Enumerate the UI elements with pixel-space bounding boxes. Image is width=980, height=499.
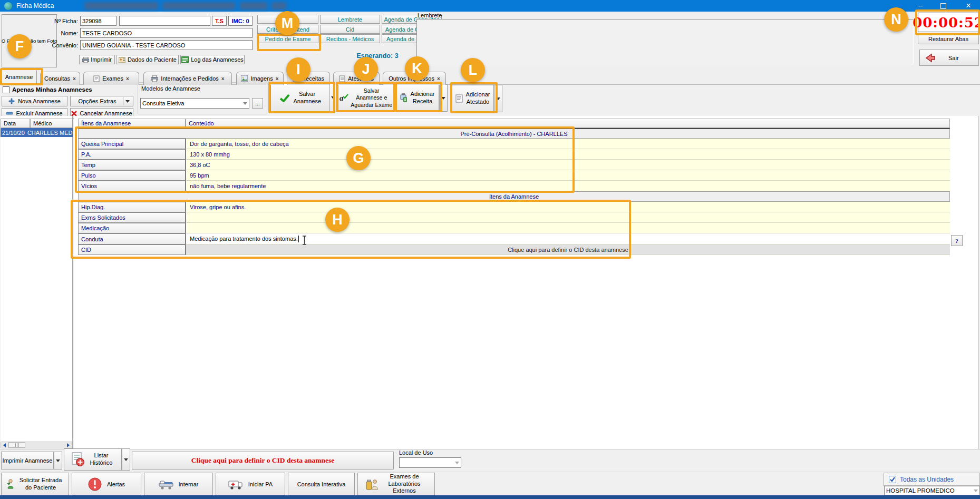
annotation-marker-G: G	[346, 146, 371, 170]
solicitar-entrada-button[interactable]: Solicitar Entrada do Paciente	[1, 473, 69, 495]
tab-close-icon[interactable]: ×	[221, 76, 225, 82]
close-button[interactable]: ×	[957, 0, 980, 12]
iniciar-pa-button[interactable]: Iniciar PA	[216, 473, 285, 495]
row-label: P.A.	[78, 149, 186, 160]
reminder-panel[interactable]	[416, 19, 914, 64]
local-de-uso-label: Local de Uso	[399, 449, 433, 456]
tab-internacoes-pedidos[interactable]: Internações e Pedidos ×	[143, 72, 232, 85]
tab-close-icon[interactable]: ×	[437, 76, 440, 82]
history-scrollbar[interactable]	[1, 442, 72, 448]
row-value[interactable]	[186, 212, 950, 223]
todas-unidades-checkbox[interactable]	[889, 476, 896, 483]
minimize-button[interactable]	[911, 0, 929, 12]
convenio-input[interactable]: UNIMED GOIANIA - TESTE CARDOSO	[80, 40, 253, 50]
annotation-marker-M: M	[275, 11, 299, 35]
salvar-aguardar-exame-button[interactable]: a Salvar Anamnese e Aguardar Exame	[338, 84, 394, 112]
adicionar-atestado-dropdown[interactable]	[494, 85, 502, 112]
nova-anamnese-button[interactable]: Nova Anamnese	[2, 96, 67, 106]
maximize-button[interactable]	[934, 0, 952, 12]
history-row-selected[interactable]: 21/10/20 CHARLLES MEDICO	[1, 128, 73, 137]
grid-col-itens[interactable]: Ítens da Anamnese	[78, 119, 186, 128]
ficha-input[interactable]: 329098	[80, 16, 117, 26]
cid-define-row[interactable]: Clique aqui para definir o CID desta ana…	[186, 244, 950, 255]
green-check-icon	[279, 94, 290, 102]
consulta-interativa-button[interactable]: Consulta Interativa	[288, 473, 355, 495]
row-value[interactable]: 95 bpm	[186, 170, 950, 181]
sair-button[interactable]: Sair	[919, 50, 979, 66]
lembrete-button[interactable]: Lembrete	[320, 15, 380, 24]
annotation-marker-H: H	[325, 208, 350, 232]
redacted-title-text	[240, 2, 267, 9]
text-cursor-pointer	[302, 236, 307, 245]
modelo-select[interactable]: Consulta Eletiva	[140, 98, 249, 109]
scroll-right-arrow[interactable]	[65, 442, 72, 448]
grid-col-conteudo[interactable]: Conteúdo	[186, 119, 950, 128]
new-anamnese-icon	[8, 98, 15, 104]
tab-imagens[interactable]: Imagens ×	[236, 72, 284, 85]
salvar-anamnese-button[interactable]: Salvar Anamnese	[270, 83, 329, 112]
pedido-exame-button[interactable]: Pedido de Exame	[257, 34, 318, 43]
row-value[interactable]: Virose, gripe ou afins.	[186, 202, 950, 212]
ambulance-icon	[228, 478, 243, 490]
history-col-medico[interactable]: Médico	[30, 119, 73, 128]
ficha-extra-input[interactable]	[119, 16, 210, 26]
ts-badge[interactable]: T.S	[212, 16, 227, 26]
restaurar-abas-button[interactable]: Restaurar Abas	[918, 33, 979, 44]
alertas-button[interactable]: Alertas	[72, 473, 141, 495]
tab-close-icon[interactable]: ×	[276, 76, 279, 82]
dados-paciente-button[interactable]: Dados do Paciente	[117, 55, 179, 64]
scroll-thumb[interactable]	[8, 442, 25, 448]
row-value[interactable]: 36,8 oC	[186, 160, 950, 170]
exames-lab-externos-button[interactable]: Exames de Laboratórios Externos	[357, 473, 435, 495]
act-log-icon	[181, 56, 189, 63]
adicionar-receita-dropdown[interactable]	[439, 84, 448, 112]
section-pre-consulta: Pré-Consulta (Acolhimento) - CHARLLES	[78, 128, 950, 139]
chevron-down-icon	[125, 100, 130, 103]
salvar-anamnese-dropdown[interactable]	[329, 83, 337, 112]
row-value[interactable]: Dor de garganta, tosse, dor de cabeça	[186, 139, 950, 149]
tab-anamnese[interactable]: Anamnese	[1, 69, 37, 85]
medicine-bottle-icon	[400, 93, 407, 103]
apenas-minhas-checkbox[interactable]	[3, 86, 9, 93]
adicionar-atestado-button[interactable]: Adicionar Atestado	[452, 85, 494, 112]
listar-historico-button[interactable]: Listar Histórico	[64, 448, 122, 471]
imprimir-paciente-button[interactable]: Imprimir	[79, 55, 115, 64]
opcoes-extras-button[interactable]: Opções Extras	[70, 96, 133, 106]
chevron-down-icon	[56, 459, 60, 462]
history-shield-icon	[71, 452, 85, 467]
annotation-marker-K: K	[405, 56, 429, 81]
internar-button[interactable]: Internar	[144, 473, 213, 495]
nome-input[interactable]: TESTE CARDOSO	[80, 28, 253, 38]
conduta-edit-field[interactable]: Medicação para tratamento dos sintomas.	[186, 233, 950, 244]
person-enter-icon	[6, 479, 15, 490]
local-de-uso-select[interactable]	[399, 457, 461, 468]
row-value[interactable]: não fuma, bebe regularmente	[186, 181, 950, 191]
tab-exames[interactable]: Exames ×	[83, 72, 139, 85]
define-cid-button[interactable]: Clique aqui para definir o CID desta ana…	[132, 452, 394, 469]
unit-select[interactable]: HOSPITAL PROMEDICO	[884, 486, 980, 495]
imprimir-anamnese-button[interactable]: Imprimir Anamnese	[1, 452, 54, 469]
printer-icon	[151, 75, 158, 82]
scroll-left-arrow[interactable]	[1, 442, 8, 448]
session-timer: 00:00:52	[918, 13, 979, 32]
imc-badge[interactable]: IMC: 0	[228, 16, 253, 26]
tab-consultas[interactable]: Consultas ×	[40, 72, 80, 85]
recibos-medicos-button[interactable]: Recibos - Médicos	[320, 34, 380, 43]
tab-close-icon[interactable]: ×	[126, 76, 129, 82]
log-anamneses-button[interactable]: Log das Anamneses	[180, 55, 245, 64]
imprimir-anamnese-dropdown[interactable]	[54, 452, 62, 469]
tab-close-icon[interactable]: ×	[73, 76, 76, 82]
adicionar-receita-button[interactable]: Adicionar Receita	[396, 84, 439, 112]
cid-button[interactable]: Cid	[320, 25, 380, 34]
modelos-more-button[interactable]: ...	[252, 98, 263, 109]
printer-icon	[82, 57, 89, 63]
chevron-down-icon	[974, 490, 978, 492]
apenas-minhas-label: Apenas Minhas Anamneses	[12, 86, 92, 93]
listar-historico-dropdown[interactable]	[122, 448, 130, 471]
window-title: Ficha Médica	[16, 2, 54, 9]
row-value[interactable]: 130 x 80 mmhg	[186, 149, 950, 160]
history-col-data[interactable]: Data	[1, 119, 30, 128]
row-value[interactable]	[186, 223, 950, 233]
help-button[interactable]: ?	[951, 235, 963, 246]
red-x-icon	[71, 111, 77, 116]
